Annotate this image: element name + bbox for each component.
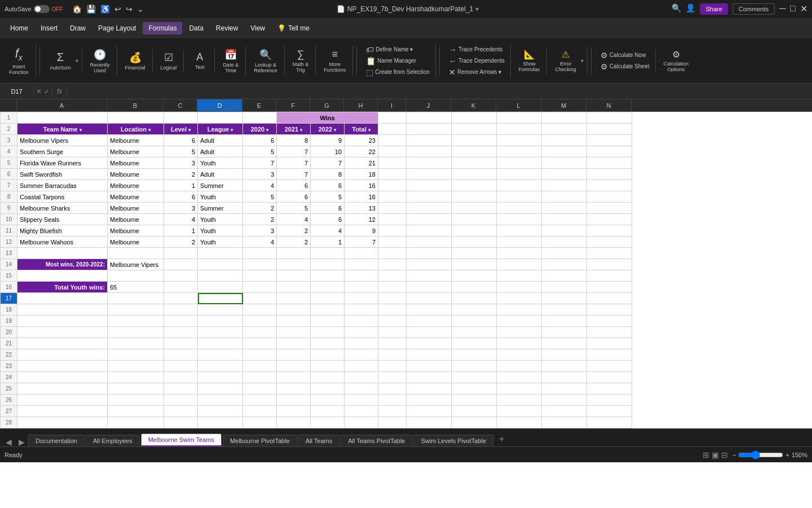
cell-N19[interactable] <box>587 316 632 327</box>
row-num-7[interactable]: 7 <box>1 180 17 191</box>
cell-E5[interactable]: 7 <box>243 157 277 169</box>
cell-H3[interactable]: 23 <box>345 135 378 146</box>
autosave-toggle[interactable]: AutoSave OFF <box>5 5 63 13</box>
share-button[interactable]: Share <box>700 3 727 15</box>
cell-B25[interactable] <box>108 383 164 395</box>
cell-K15[interactable] <box>452 270 497 282</box>
cell-L2[interactable] <box>497 124 542 135</box>
cell-M7[interactable] <box>542 180 587 191</box>
row-num-14[interactable]: 14 <box>1 259 17 270</box>
cell-C9[interactable]: 3 <box>164 203 198 214</box>
cell-A22[interactable] <box>17 349 108 361</box>
cell-C23[interactable] <box>164 361 198 372</box>
cell-G16[interactable] <box>311 282 345 293</box>
cell-C27[interactable] <box>164 406 198 417</box>
col-header-C[interactable]: C <box>164 99 197 112</box>
cell-M26[interactable] <box>542 395 587 406</box>
more-functions-button[interactable]: ≡ MoreFunctions <box>320 47 349 74</box>
cell-N12[interactable] <box>587 237 632 248</box>
cell-K14[interactable] <box>452 259 497 270</box>
col-header-K[interactable]: K <box>451 99 496 112</box>
cell-A2[interactable]: Team Name ▾ <box>17 124 108 135</box>
cell-K23[interactable] <box>452 361 497 372</box>
cell-K11[interactable] <box>452 225 497 237</box>
cell-C14[interactable] <box>164 259 198 270</box>
cell-C15[interactable] <box>164 270 198 282</box>
cell-M18[interactable] <box>542 304 587 316</box>
cell-C12[interactable]: 2 <box>164 237 198 248</box>
cell-N14[interactable] <box>587 259 632 270</box>
cell-H13[interactable] <box>345 248 378 259</box>
cell-K17[interactable] <box>452 293 497 304</box>
col-header-G[interactable]: G <box>310 99 344 112</box>
cell-A28[interactable] <box>17 417 108 428</box>
cell-F18[interactable] <box>277 304 311 316</box>
cell-D3[interactable]: Adult <box>198 135 243 146</box>
cell-I11[interactable] <box>378 225 407 237</box>
cell-L13[interactable] <box>497 248 542 259</box>
cell-L18[interactable] <box>497 304 542 316</box>
cell-H12[interactable]: 7 <box>345 237 378 248</box>
cell-G19[interactable] <box>311 316 345 327</box>
cell-L7[interactable] <box>497 180 542 191</box>
cell-M10[interactable] <box>542 214 587 225</box>
cell-N26[interactable] <box>587 395 632 406</box>
cell-M22[interactable] <box>542 349 587 361</box>
cell-G8[interactable]: 5 <box>311 191 345 203</box>
row-num-16[interactable]: 16 <box>1 282 17 293</box>
cell-K20[interactable] <box>452 327 497 338</box>
cell-H15[interactable] <box>345 270 378 282</box>
cell-B4[interactable]: Melbourne <box>108 146 164 157</box>
cell-D21[interactable] <box>198 338 243 349</box>
tab-all-teams-pivottable[interactable]: All Teams PivotTable <box>341 435 412 446</box>
cell-C7[interactable]: 1 <box>164 180 198 191</box>
cell-I14[interactable] <box>378 259 407 270</box>
cell-H23[interactable] <box>345 361 378 372</box>
cell-reference-box[interactable]: D17 <box>0 88 34 95</box>
cell-H27[interactable] <box>345 406 378 417</box>
cell-F15[interactable] <box>277 270 311 282</box>
cell-N6[interactable] <box>587 169 632 180</box>
menu-draw[interactable]: Draw <box>64 22 91 34</box>
cell-K5[interactable] <box>452 157 497 169</box>
cell-D12[interactable]: Youth <box>198 237 243 248</box>
cell-M11[interactable] <box>542 225 587 237</box>
cell-K6[interactable] <box>452 169 497 180</box>
trace-precedents-button[interactable]: → Trace Precedents <box>447 45 505 55</box>
cell-K18[interactable] <box>452 304 497 316</box>
cell-G23[interactable] <box>311 361 345 372</box>
cell-B7[interactable]: Melbourne <box>108 180 164 191</box>
col-header-N[interactable]: N <box>586 99 632 112</box>
cell-K25[interactable] <box>452 383 497 395</box>
cell-J13[interactable] <box>407 248 452 259</box>
cell-J23[interactable] <box>407 361 452 372</box>
col-header-B[interactable]: B <box>107 99 164 112</box>
col-header-E[interactable]: E <box>242 99 276 112</box>
cell-J6[interactable] <box>407 169 452 180</box>
cell-J27[interactable] <box>407 406 452 417</box>
cell-F5[interactable]: 7 <box>277 157 311 169</box>
cell-L24[interactable] <box>497 372 542 383</box>
cell-H28[interactable] <box>345 417 378 428</box>
cell-G14[interactable] <box>311 259 345 270</box>
cell-J3[interactable] <box>407 135 452 146</box>
cell-E26[interactable] <box>243 395 277 406</box>
cell-E1[interactable] <box>243 112 277 124</box>
row-num-28[interactable]: 28 <box>1 417 17 428</box>
cell-C6[interactable]: 2 <box>164 169 198 180</box>
cell-H8[interactable]: 16 <box>345 191 378 203</box>
menu-formulas[interactable]: Formulas <box>143 22 182 34</box>
cell-G10[interactable]: 6 <box>311 214 345 225</box>
cell-M8[interactable] <box>542 191 587 203</box>
cell-D15[interactable] <box>198 270 243 282</box>
row-num-25[interactable]: 25 <box>1 383 17 395</box>
cell-A20[interactable] <box>17 327 108 338</box>
cell-G20[interactable] <box>311 327 345 338</box>
cell-L11[interactable] <box>497 225 542 237</box>
col-header-L[interactable]: L <box>496 99 541 112</box>
cell-I10[interactable] <box>378 214 407 225</box>
math-trig-button[interactable]: ∑ Math &Trig <box>289 47 312 74</box>
cell-J9[interactable] <box>407 203 452 214</box>
cell-F12[interactable]: 2 <box>277 237 311 248</box>
cell-C25[interactable] <box>164 383 198 395</box>
